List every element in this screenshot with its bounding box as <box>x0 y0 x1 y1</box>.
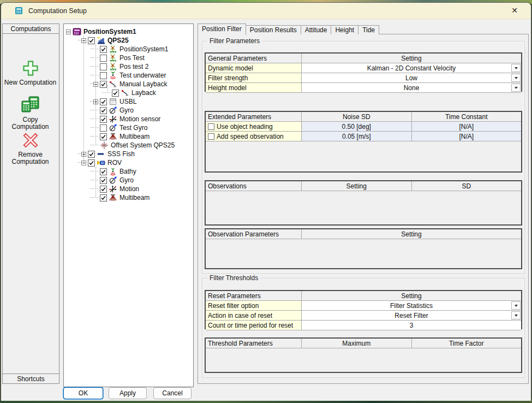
table-header-maximum: Maximum <box>302 339 412 348</box>
dropdown-arrow-icon[interactable] <box>511 74 521 82</box>
tree-checkbox-multibeam[interactable] <box>100 133 107 140</box>
tab-attitude[interactable]: Attitude <box>301 25 332 34</box>
tree-checkbox-sss-fish[interactable] <box>88 151 95 158</box>
collapse-toggle[interactable] <box>66 29 71 34</box>
param-label-add-speed-observation: Add speed observation <box>206 132 302 141</box>
tree-checkbox-rov[interactable] <box>88 159 95 167</box>
table-header-observations: Observations <box>206 181 302 191</box>
tree-checkbox-test-underwater[interactable] <box>100 72 107 79</box>
tree-item-label: Gyro <box>119 176 134 184</box>
tree-checkbox-layback[interactable] <box>112 90 119 97</box>
new-computation-icon <box>22 60 39 79</box>
underwater-position-icon <box>109 71 117 80</box>
value-text: 3 <box>410 321 414 330</box>
usbl-icon <box>109 97 117 106</box>
value-add-speed-observation: [N/A] <box>412 132 522 141</box>
cancel-button[interactable]: Cancel <box>153 387 192 399</box>
tree-item-bathy[interactable]: Bathy <box>64 167 193 176</box>
tree-item-label: Manual Layback <box>119 80 167 88</box>
tree-connector-line <box>83 36 85 163</box>
tree-connector-line <box>95 167 97 198</box>
tree-item-label: Motion sensor <box>119 115 160 123</box>
computations-sidebar: Computations New ComputationCopy Computa… <box>2 23 59 384</box>
tree-item-label: Pos Test <box>119 54 145 62</box>
dropdown-arrow-icon[interactable] <box>511 301 521 310</box>
param-label-text: Filter strength <box>208 74 248 82</box>
tree-checkbox-test-gyro[interactable] <box>100 125 107 132</box>
dropdown-arrow-icon[interactable] <box>511 84 521 92</box>
tree-item-multibeam[interactable]: Multibeam <box>64 193 193 202</box>
tree-checkbox-pos-test[interactable] <box>100 55 107 62</box>
action-label: Remove Computation <box>3 151 57 165</box>
tree-checkbox-manual-layback[interactable] <box>100 81 107 88</box>
observations-table: ObservationsSettingSD <box>205 180 522 226</box>
tree-checkbox-usbl[interactable] <box>100 98 107 105</box>
tree-checkbox-positionsystem1[interactable] <box>100 46 107 53</box>
tree-checkbox-multibeam[interactable] <box>100 194 107 202</box>
filter-strength-dropdown[interactable]: Low <box>302 73 521 82</box>
action-remove-computation[interactable]: Remove Computation <box>3 132 57 165</box>
action-label: Copy Computation <box>3 116 57 131</box>
window-title: Computation Setup <box>28 7 87 15</box>
param-label-count-or-time-period-for-reset: Count or time period for reset <box>206 321 302 330</box>
action-new-computation[interactable]: New Computation <box>3 60 57 86</box>
value-text: None <box>404 84 420 92</box>
computation-setup-dialog: Computation Setup ✕ Computations New Com… <box>1 2 531 401</box>
table-header-observation-parameters: Observation Parameters <box>206 229 302 239</box>
computations-header-button[interactable]: Computations <box>2 23 59 34</box>
position-filter-tab-page: Filter Parameters General ParametersSett… <box>198 34 529 384</box>
checkbox-use-object-heading[interactable] <box>208 123 214 130</box>
position-antenna-icon <box>109 45 117 54</box>
checkbox-add-speed-observation[interactable] <box>208 133 214 140</box>
tab-position-results[interactable]: Position Results <box>246 25 301 34</box>
tree-checkbox-bathy[interactable] <box>100 168 107 175</box>
tree-connector <box>90 171 98 172</box>
table-header-sd: SD <box>412 181 522 191</box>
count-or-time-period-for-reset-value[interactable]: 3 <box>302 321 521 330</box>
tree-checkbox-qps25[interactable] <box>88 37 95 44</box>
dropdown-arrow-icon[interactable] <box>511 64 521 72</box>
table-header-setting: Setting <box>302 229 521 239</box>
copy-computation-icon <box>21 96 40 115</box>
tree-item-gyro[interactable]: Gyro <box>64 176 193 185</box>
reset-filter-option-dropdown[interactable]: Filter Statistics <box>302 301 521 310</box>
close-button[interactable]: ✕ <box>507 5 522 16</box>
dynamic-model-dropdown[interactable]: Kalman - 2D Constant Velocity <box>302 63 521 73</box>
tree-connector-line <box>95 45 97 145</box>
tree-item-label: PositionSystem1 <box>83 28 136 35</box>
tree-checkbox-motion-sensor[interactable] <box>100 116 107 123</box>
position-antenna-icon <box>109 54 117 62</box>
tree-connector <box>90 136 98 137</box>
tree-checkbox-pos-test-2[interactable] <box>100 63 107 70</box>
height-model-dropdown[interactable]: None <box>302 83 521 92</box>
value-use-object-heading: [N/A] <box>412 122 522 131</box>
observation-parameters-table: Observation ParametersSetting <box>205 228 522 269</box>
value-text: Filter Statistics <box>390 301 433 310</box>
tree-checkbox-motion[interactable] <box>100 186 107 193</box>
offset-icon <box>100 141 109 150</box>
tree-checkbox-gyro[interactable] <box>100 177 107 184</box>
apply-button[interactable]: Apply <box>109 387 147 399</box>
shortcuts-button[interactable]: Shortcuts <box>2 374 59 384</box>
position-antenna-icon <box>109 62 117 71</box>
param-label-height-model: Height model <box>206 83 302 92</box>
bathy-icon <box>109 167 117 176</box>
tab-height[interactable]: Height <box>331 25 358 34</box>
tree-item-motion[interactable]: Motion <box>64 185 193 193</box>
tree-item-label: Gyro <box>119 106 134 114</box>
table-header-noise-sd: Noise SD <box>302 112 412 121</box>
ok-button[interactable]: OK <box>63 387 103 399</box>
action-in-case-of-reset-dropdown[interactable]: Reset Filter <box>302 311 521 320</box>
param-label-use-object-heading: Use object heading <box>206 122 302 131</box>
tree-item-label: Offset System QPS25 <box>111 141 175 149</box>
calculator-icon <box>15 7 23 15</box>
tab-position-filter[interactable]: Position Filter <box>198 23 246 35</box>
tab-tide[interactable]: Tide <box>358 25 379 34</box>
tree-checkbox-gyro[interactable] <box>100 107 107 114</box>
table-empty-area <box>206 141 521 171</box>
tree-item-positionsystem1[interactable]: PositionSystem1 <box>64 27 193 36</box>
dropdown-arrow-icon[interactable] <box>511 311 521 319</box>
action-copy-computation[interactable]: Copy Computation <box>3 96 57 131</box>
table-header-setting: Setting <box>302 54 521 63</box>
tree-item-label: QPS25 <box>107 37 129 44</box>
